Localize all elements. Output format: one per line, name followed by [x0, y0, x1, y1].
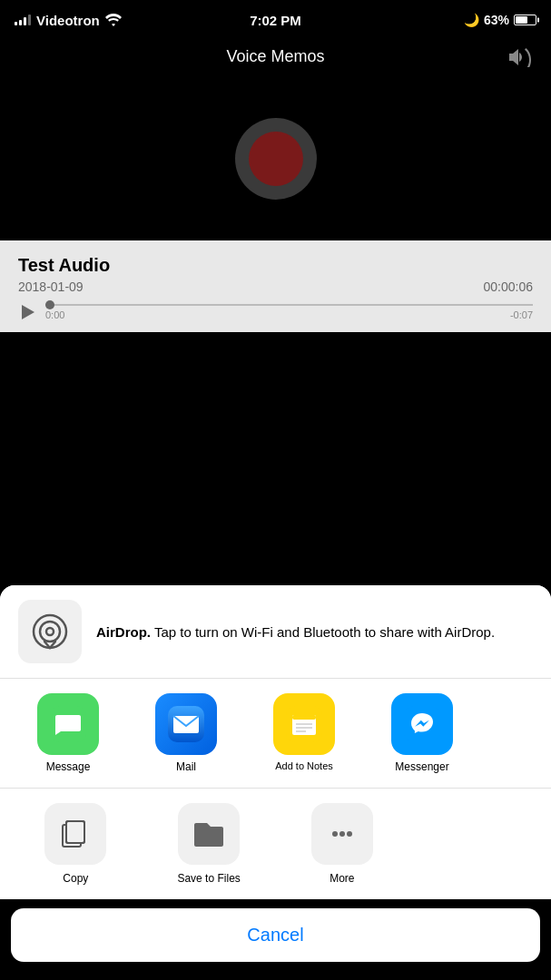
actions-section: Copy Save to Files: [0, 789, 551, 899]
bar3: [24, 17, 26, 25]
play-button[interactable]: [18, 303, 36, 321]
svg-rect-17: [66, 821, 84, 843]
airdrop-title: AirDrop.: [96, 624, 151, 640]
cancel-button[interactable]: Cancel: [11, 908, 540, 962]
bar1: [15, 22, 17, 25]
svg-point-20: [339, 831, 345, 837]
messenger-app-label: Messenger: [395, 760, 448, 773]
mail-app-label: Mail: [176, 760, 196, 773]
status-right: 🌙 63%: [464, 13, 536, 27]
carrier-label: Videotron: [36, 13, 100, 28]
notes-app-icon: [273, 693, 335, 755]
app-item-messenger[interactable]: Messenger: [363, 693, 481, 773]
audio-player: 0:00 -0:07: [18, 303, 533, 321]
apps-section: Message: [0, 679, 551, 789]
message-app-label: Message: [46, 760, 91, 773]
notes-app-label: Add to Notes: [275, 760, 333, 771]
timeline[interactable]: 0:00 -0:07: [45, 304, 533, 320]
time-start: 0:00: [45, 309, 64, 320]
svg-rect-11: [292, 715, 316, 720]
svg-point-2: [40, 622, 60, 642]
status-left: Videotron: [15, 13, 122, 28]
battery-pct: 63%: [484, 13, 509, 27]
battery-fill: [516, 16, 527, 24]
timeline-thumb: [45, 300, 54, 309]
audio-duration: 00:00:06: [484, 279, 534, 294]
timeline-bar: [45, 304, 533, 306]
time-end: -0:07: [510, 309, 533, 320]
speaker-icon[interactable]: [507, 47, 533, 67]
share-overlay: AirDrop. Tap to turn on Wi-Fi and Blueto…: [0, 585, 551, 980]
status-bar: Videotron 7:02 PM 🌙 63%: [0, 0, 551, 40]
svg-point-19: [332, 831, 338, 837]
copy-label: Copy: [63, 872, 88, 885]
share-sheet: AirDrop. Tap to turn on Wi-Fi and Blueto…: [0, 585, 551, 899]
airdrop-section[interactable]: AirDrop. Tap to turn on Wi-Fi and Blueto…: [0, 585, 551, 679]
recording-area: [0, 77, 551, 240]
audio-info: Test Audio 2018-01-09 00:00:06 0:00 -0:0…: [0, 240, 551, 332]
bar2: [19, 20, 22, 25]
time-labels: 0:00 -0:07: [45, 309, 533, 320]
record-button[interactable]: [235, 118, 317, 200]
svg-point-3: [46, 628, 54, 635]
app-item-message[interactable]: Message: [9, 693, 127, 773]
battery-icon: [514, 15, 536, 25]
app-item-mail[interactable]: Mail: [127, 693, 245, 773]
vm-header: Voice Memos: [0, 40, 551, 77]
copy-icon: [44, 803, 106, 865]
svg-point-21: [347, 831, 352, 837]
action-item-more[interactable]: More: [285, 803, 400, 885]
mail-app-icon: [155, 693, 217, 755]
more-label: More: [330, 872, 354, 885]
message-app-icon: [37, 693, 99, 755]
status-time: 7:02 PM: [250, 13, 301, 28]
more-icon: [311, 803, 373, 865]
airdrop-text: AirDrop. Tap to turn on Wi-Fi and Blueto…: [96, 622, 495, 642]
bar4: [28, 15, 31, 25]
save-to-files-label: Save to Files: [177, 872, 240, 885]
signal-bars: [15, 15, 31, 25]
cancel-section: Cancel: [0, 899, 551, 980]
audio-meta: 2018-01-09 00:00:06: [18, 279, 533, 294]
action-item-copy[interactable]: Copy: [18, 803, 133, 885]
audio-date: 2018-01-09: [18, 279, 84, 294]
record-inner: [249, 132, 303, 186]
airdrop-icon: [18, 600, 82, 663]
messenger-app-icon: [391, 693, 453, 755]
svg-marker-0: [22, 305, 34, 319]
save-to-files-icon: [178, 803, 240, 865]
vm-title: Voice Memos: [226, 47, 324, 66]
airdrop-description: Tap to turn on Wi-Fi and Bluetooth to sh…: [154, 624, 495, 640]
svg-rect-15: [404, 706, 440, 742]
app-item-notes[interactable]: Add to Notes: [245, 693, 363, 771]
moon-icon: 🌙: [464, 13, 479, 27]
action-item-save-to-files[interactable]: Save to Files: [152, 803, 267, 885]
svg-point-1: [34, 615, 66, 648]
wifi-icon: [105, 14, 122, 26]
audio-title: Test Audio: [18, 255, 533, 276]
